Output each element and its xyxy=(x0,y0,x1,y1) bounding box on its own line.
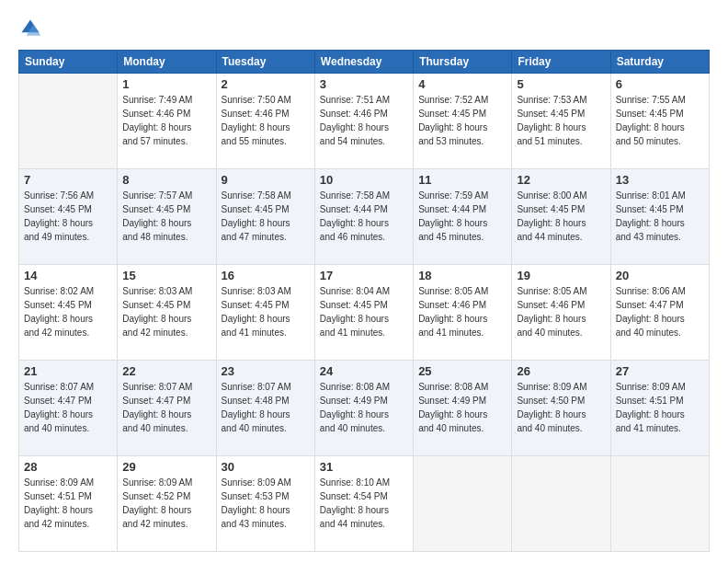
calendar-cell: 1Sunrise: 7:49 AMSunset: 4:46 PMDaylight… xyxy=(118,74,216,169)
calendar-cell: 23Sunrise: 8:07 AMSunset: 4:48 PMDayligh… xyxy=(216,361,314,456)
day-number: 5 xyxy=(517,77,605,91)
day-number: 30 xyxy=(222,460,310,474)
calendar-cell: 31Sunrise: 8:10 AMSunset: 4:54 PMDayligh… xyxy=(314,456,413,552)
day-info: Sunrise: 8:09 AMSunset: 4:53 PMDaylight:… xyxy=(222,476,310,531)
calendar-cell: 12Sunrise: 8:00 AMSunset: 4:45 PMDayligh… xyxy=(512,169,610,265)
day-number: 1 xyxy=(122,77,210,91)
day-number: 10 xyxy=(320,173,408,187)
weekday-header-tuesday: Tuesday xyxy=(216,51,314,74)
calendar-cell: 16Sunrise: 8:03 AMSunset: 4:45 PMDayligh… xyxy=(216,265,314,361)
day-number: 16 xyxy=(222,269,310,282)
day-info: Sunrise: 8:07 AMSunset: 4:47 PMDaylight:… xyxy=(24,380,112,435)
logo-icon xyxy=(18,17,42,40)
day-info: Sunrise: 8:09 AMSunset: 4:51 PMDaylight:… xyxy=(24,476,112,531)
day-number: 2 xyxy=(222,77,310,91)
calendar-cell: 25Sunrise: 8:08 AMSunset: 4:49 PMDayligh… xyxy=(414,361,512,456)
day-info: Sunrise: 8:08 AMSunset: 4:49 PMDaylight:… xyxy=(418,380,506,435)
day-info: Sunrise: 8:09 AMSunset: 4:52 PMDaylight:… xyxy=(122,476,210,531)
day-number: 19 xyxy=(517,269,605,282)
calendar-cell xyxy=(610,456,709,552)
day-number: 25 xyxy=(418,364,506,378)
calendar-cell: 30Sunrise: 8:09 AMSunset: 4:53 PMDayligh… xyxy=(216,456,314,552)
calendar-cell: 13Sunrise: 8:01 AMSunset: 4:45 PMDayligh… xyxy=(610,169,709,265)
weekday-header-saturday: Saturday xyxy=(610,51,709,74)
day-info: Sunrise: 8:04 AMSunset: 4:45 PMDaylight:… xyxy=(320,284,408,339)
day-number: 31 xyxy=(320,460,408,474)
day-info: Sunrise: 7:49 AMSunset: 4:46 PMDaylight:… xyxy=(122,93,210,148)
day-info: Sunrise: 7:52 AMSunset: 4:45 PMDaylight:… xyxy=(418,93,506,148)
day-info: Sunrise: 8:05 AMSunset: 4:46 PMDaylight:… xyxy=(418,284,506,339)
day-info: Sunrise: 8:07 AMSunset: 4:48 PMDaylight:… xyxy=(222,380,310,435)
calendar-week-4: 21Sunrise: 8:07 AMSunset: 4:47 PMDayligh… xyxy=(19,361,710,456)
calendar-cell: 27Sunrise: 8:09 AMSunset: 4:51 PMDayligh… xyxy=(610,361,709,456)
weekday-header-wednesday: Wednesday xyxy=(314,51,413,74)
calendar-cell: 8Sunrise: 7:57 AMSunset: 4:45 PMDaylight… xyxy=(118,169,216,265)
calendar-week-1: 1Sunrise: 7:49 AMSunset: 4:46 PMDaylight… xyxy=(19,74,710,169)
day-info: Sunrise: 8:08 AMSunset: 4:49 PMDaylight:… xyxy=(320,380,408,435)
day-info: Sunrise: 8:09 AMSunset: 4:50 PMDaylight:… xyxy=(517,380,605,435)
day-number: 13 xyxy=(616,173,704,187)
day-number: 8 xyxy=(122,173,210,187)
day-number: 4 xyxy=(418,77,506,91)
day-number: 14 xyxy=(24,269,112,282)
calendar-week-5: 28Sunrise: 8:09 AMSunset: 4:51 PMDayligh… xyxy=(19,456,710,552)
day-number: 3 xyxy=(320,77,408,91)
calendar-cell xyxy=(512,456,610,552)
day-info: Sunrise: 7:51 AMSunset: 4:46 PMDaylight:… xyxy=(320,93,408,148)
day-info: Sunrise: 8:06 AMSunset: 4:47 PMDaylight:… xyxy=(616,284,704,339)
calendar-cell: 4Sunrise: 7:52 AMSunset: 4:45 PMDaylight… xyxy=(414,74,512,169)
day-number: 28 xyxy=(24,460,112,474)
calendar-cell: 9Sunrise: 7:58 AMSunset: 4:45 PMDaylight… xyxy=(216,169,314,265)
calendar-cell: 28Sunrise: 8:09 AMSunset: 4:51 PMDayligh… xyxy=(19,456,118,552)
day-number: 6 xyxy=(616,77,704,91)
weekday-header-sunday: Sunday xyxy=(19,51,118,74)
day-info: Sunrise: 7:57 AMSunset: 4:45 PMDaylight:… xyxy=(122,189,210,244)
calendar-cell: 3Sunrise: 7:51 AMSunset: 4:46 PMDaylight… xyxy=(314,74,413,169)
day-info: Sunrise: 8:03 AMSunset: 4:45 PMDaylight:… xyxy=(222,284,310,339)
day-info: Sunrise: 7:59 AMSunset: 4:44 PMDaylight:… xyxy=(418,189,506,244)
page: SundayMondayTuesdayWednesdayThursdayFrid… xyxy=(0,0,728,563)
calendar-cell: 17Sunrise: 8:04 AMSunset: 4:45 PMDayligh… xyxy=(314,265,413,361)
calendar-cell: 26Sunrise: 8:09 AMSunset: 4:50 PMDayligh… xyxy=(512,361,610,456)
day-info: Sunrise: 7:53 AMSunset: 4:45 PMDaylight:… xyxy=(517,93,605,148)
day-info: Sunrise: 7:58 AMSunset: 4:44 PMDaylight:… xyxy=(320,189,408,244)
day-number: 15 xyxy=(122,269,210,282)
calendar-week-2: 7Sunrise: 7:56 AMSunset: 4:45 PMDaylight… xyxy=(19,169,710,265)
calendar-cell: 18Sunrise: 8:05 AMSunset: 4:46 PMDayligh… xyxy=(414,265,512,361)
day-info: Sunrise: 7:56 AMSunset: 4:45 PMDaylight:… xyxy=(24,189,112,244)
weekday-header-row: SundayMondayTuesdayWednesdayThursdayFrid… xyxy=(19,51,710,74)
calendar-cell: 22Sunrise: 8:07 AMSunset: 4:47 PMDayligh… xyxy=(118,361,216,456)
calendar-cell: 7Sunrise: 7:56 AMSunset: 4:45 PMDaylight… xyxy=(19,169,118,265)
day-number: 17 xyxy=(320,269,408,282)
calendar-cell: 2Sunrise: 7:50 AMSunset: 4:46 PMDaylight… xyxy=(216,74,314,169)
day-number: 21 xyxy=(24,364,112,378)
day-number: 18 xyxy=(418,269,506,282)
calendar-cell: 14Sunrise: 8:02 AMSunset: 4:45 PMDayligh… xyxy=(19,265,118,361)
day-info: Sunrise: 8:01 AMSunset: 4:45 PMDaylight:… xyxy=(616,189,704,244)
day-number: 12 xyxy=(517,173,605,187)
day-number: 22 xyxy=(122,364,210,378)
day-number: 26 xyxy=(517,364,605,378)
calendar-cell: 19Sunrise: 8:05 AMSunset: 4:46 PMDayligh… xyxy=(512,265,610,361)
day-number: 7 xyxy=(24,173,112,187)
calendar-cell: 29Sunrise: 8:09 AMSunset: 4:52 PMDayligh… xyxy=(118,456,216,552)
day-number: 20 xyxy=(616,269,704,282)
day-number: 27 xyxy=(616,364,704,378)
calendar-cell xyxy=(19,74,118,169)
day-info: Sunrise: 8:02 AMSunset: 4:45 PMDaylight:… xyxy=(24,284,112,339)
calendar-cell: 15Sunrise: 8:03 AMSunset: 4:45 PMDayligh… xyxy=(118,265,216,361)
day-info: Sunrise: 7:58 AMSunset: 4:45 PMDaylight:… xyxy=(222,189,310,244)
calendar-cell: 21Sunrise: 8:07 AMSunset: 4:47 PMDayligh… xyxy=(19,361,118,456)
day-info: Sunrise: 8:03 AMSunset: 4:45 PMDaylight:… xyxy=(122,284,210,339)
calendar-table: SundayMondayTuesdayWednesdayThursdayFrid… xyxy=(18,50,710,552)
day-info: Sunrise: 8:07 AMSunset: 4:47 PMDaylight:… xyxy=(122,380,210,435)
calendar-cell: 10Sunrise: 7:58 AMSunset: 4:44 PMDayligh… xyxy=(314,169,413,265)
day-info: Sunrise: 8:10 AMSunset: 4:54 PMDaylight:… xyxy=(320,476,408,531)
logo xyxy=(18,17,46,40)
calendar-cell xyxy=(414,456,512,552)
calendar-cell: 20Sunrise: 8:06 AMSunset: 4:47 PMDayligh… xyxy=(610,265,709,361)
weekday-header-friday: Friday xyxy=(512,51,610,74)
weekday-header-monday: Monday xyxy=(118,51,216,74)
calendar-week-3: 14Sunrise: 8:02 AMSunset: 4:45 PMDayligh… xyxy=(19,265,710,361)
header xyxy=(18,17,710,40)
